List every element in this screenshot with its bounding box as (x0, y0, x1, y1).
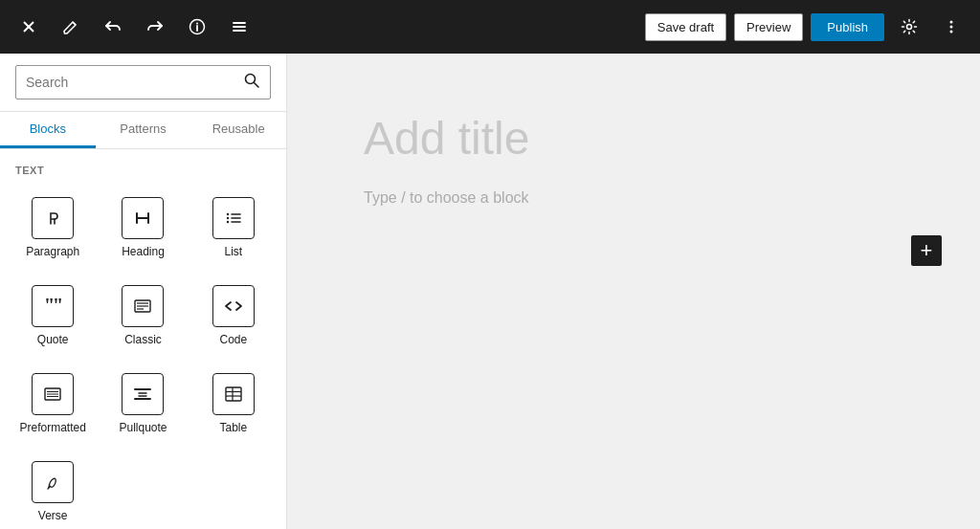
publish-button[interactable]: Publish (811, 13, 884, 41)
edit-icon-button[interactable] (54, 10, 88, 44)
undo-button[interactable] (96, 10, 130, 44)
svg-point-10 (950, 26, 953, 29)
code-label: Code (219, 333, 247, 346)
search-input[interactable] (26, 75, 237, 90)
svg-point-8 (907, 25, 912, 30)
block-item-code[interactable]: Code (189, 272, 278, 360)
classic-label: Classic (124, 333, 162, 346)
quote-label: Quote (37, 333, 69, 346)
tab-blocks[interactable]: Blocks (0, 112, 96, 148)
svg-line-13 (255, 83, 259, 88)
svg-point-20 (227, 217, 229, 219)
heading-label: Heading (122, 245, 165, 258)
more-options-button[interactable] (934, 10, 969, 44)
svg-point-11 (950, 31, 953, 33)
table-label: Table (219, 421, 247, 434)
preformatted-icon (32, 373, 74, 415)
block-hint: Type / to choose a block (364, 189, 903, 207)
add-title-placeholder[interactable]: Add title (364, 111, 529, 166)
list-icon (212, 197, 255, 239)
info-button[interactable] (180, 10, 214, 44)
svg-point-21 (227, 221, 229, 223)
pullquote-icon (122, 373, 164, 415)
preformatted-label: Preformatted (19, 421, 85, 434)
toolbar-right: Save draft Preview Publish (645, 10, 969, 44)
code-icon (212, 285, 255, 327)
block-item-verse[interactable]: Verse (8, 448, 98, 529)
main-layout: Blocks Patterns Reusable TEXT Paragraph (0, 54, 980, 529)
verse-icon (32, 461, 74, 503)
block-item-pullquote[interactable]: Pullquote (98, 360, 188, 448)
tabs-row: Blocks Patterns Reusable (0, 112, 286, 149)
block-item-table[interactable]: Table (189, 360, 278, 448)
svg-text:": " (53, 296, 63, 316)
block-item-quote[interactable]: " " Quote (8, 272, 98, 360)
block-hint-text: Type / to choose a block (364, 189, 529, 207)
toolbar-left (11, 10, 256, 44)
list-view-button[interactable] (222, 10, 256, 44)
svg-point-19 (227, 213, 229, 215)
preview-button[interactable]: Preview (734, 13, 803, 41)
toolbar: Save draft Preview Publish (0, 0, 980, 54)
list-label: List (224, 245, 242, 258)
classic-icon (122, 285, 164, 327)
content-area: Add title Type / to choose a block + (287, 54, 980, 529)
search-wrapper (0, 54, 286, 112)
svg-point-4 (196, 23, 198, 25)
save-draft-button[interactable]: Save draft (645, 13, 726, 41)
table-icon (212, 373, 255, 415)
block-item-preformatted[interactable]: Preformatted (8, 360, 98, 448)
block-item-classic[interactable]: Classic (98, 272, 188, 360)
search-input-container[interactable] (15, 65, 271, 99)
block-item-paragraph[interactable]: Paragraph (8, 184, 98, 272)
tab-patterns[interactable]: Patterns (96, 112, 191, 148)
quote-icon: " " (32, 285, 74, 327)
svg-rect-36 (226, 387, 241, 401)
redo-button[interactable] (138, 10, 172, 44)
block-item-list[interactable]: List (189, 184, 278, 272)
tab-reusable[interactable]: Reusable (190, 112, 286, 148)
search-icon (243, 72, 260, 93)
verse-label: Verse (38, 509, 68, 522)
blocks-grid: Paragraph Heading (0, 184, 286, 529)
block-item-heading[interactable]: Heading (98, 184, 188, 272)
settings-button[interactable] (892, 10, 926, 44)
svg-point-9 (950, 21, 953, 24)
sidebar: Blocks Patterns Reusable TEXT Paragraph (0, 54, 287, 529)
heading-icon (122, 197, 164, 239)
close-button[interactable] (11, 10, 46, 44)
paragraph-label: Paragraph (26, 245, 79, 258)
pullquote-label: Pullquote (119, 421, 167, 434)
section-text-label: TEXT (0, 149, 286, 184)
paragraph-icon (32, 197, 74, 239)
add-block-button[interactable]: + (911, 235, 942, 266)
